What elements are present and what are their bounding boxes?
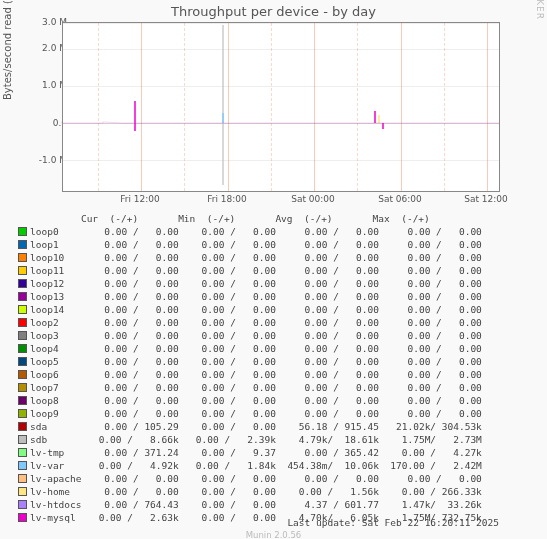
- legend-row: sdb 0.00 / 8.66k 0.00 / 2.39k 4.79k/ 18.…: [18, 433, 482, 446]
- legend-swatch: [18, 318, 27, 327]
- legend-row: loop13 0.00 / 0.00 0.00 / 0.00 0.00 / 0.…: [18, 290, 482, 303]
- legend-row: loop7 0.00 / 0.00 0.00 / 0.00 0.00 / 0.0…: [18, 381, 482, 394]
- legend-row: loop10 0.00 / 0.00 0.00 / 0.00 0.00 / 0.…: [18, 251, 482, 264]
- legend-text: sda 0.00 / 105.29 0.00 / 0.00 56.18 / 91…: [30, 421, 482, 432]
- legend-swatch: [18, 344, 27, 353]
- legend-swatch: [18, 253, 27, 262]
- legend-row: sda 0.00 / 105.29 0.00 / 0.00 56.18 / 91…: [18, 420, 482, 433]
- ytick: -1.0 M: [7, 155, 67, 165]
- legend-text: lv-tmp 0.00 / 371.24 0.00 / 9.37 0.00 / …: [30, 447, 482, 458]
- xtick: Sat 12:00: [464, 194, 508, 204]
- legend-swatch: [18, 305, 27, 314]
- legend-text: loop11 0.00 / 0.00 0.00 / 0.00 0.00 / 0.…: [30, 265, 482, 276]
- legend-swatch: [18, 240, 27, 249]
- ytick: 1.0 M: [7, 80, 67, 90]
- legend-text: loop14 0.00 / 0.00 0.00 / 0.00 0.00 / 0.…: [30, 304, 482, 315]
- legend-row: loop8 0.00 / 0.00 0.00 / 0.00 0.00 / 0.0…: [18, 394, 482, 407]
- legend-swatch: [18, 396, 27, 405]
- legend-row: lv-htdocs 0.00 / 764.43 0.00 / 0.00 4.37…: [18, 498, 482, 511]
- legend-text: lv-htdocs 0.00 / 764.43 0.00 / 0.00 4.37…: [30, 499, 482, 510]
- legend-swatch: [18, 227, 27, 236]
- legend-text: lv-apache 0.00 / 0.00 0.00 / 0.00 0.00 /…: [30, 473, 482, 484]
- legend-swatch: [18, 500, 27, 509]
- legend-text: loop8 0.00 / 0.00 0.00 / 0.00 0.00 / 0.0…: [30, 395, 482, 406]
- xtick: Sat 06:00: [378, 194, 422, 204]
- legend-swatch: [18, 383, 27, 392]
- ytick: 0.0: [7, 118, 67, 128]
- legend-text: loop6 0.00 / 0.00 0.00 / 0.00 0.00 / 0.0…: [30, 369, 482, 380]
- xtick: Fri 18:00: [207, 194, 247, 204]
- legend-row: loop2 0.00 / 0.00 0.00 / 0.00 0.00 / 0.0…: [18, 316, 482, 329]
- legend-swatch: [18, 370, 27, 379]
- munin-version: Munin 2.0.56: [0, 530, 547, 539]
- legend-row: lv-apache 0.00 / 0.00 0.00 / 0.00 0.00 /…: [18, 472, 482, 485]
- legend-text: loop7 0.00 / 0.00 0.00 / 0.00 0.00 / 0.0…: [30, 382, 482, 393]
- legend-text: loop13 0.00 / 0.00 0.00 / 0.00 0.00 / 0.…: [30, 291, 482, 302]
- legend-swatch: [18, 448, 27, 457]
- legend-row: loop3 0.00 / 0.00 0.00 / 0.00 0.00 / 0.0…: [18, 329, 482, 342]
- legend-text: loop0 0.00 / 0.00 0.00 / 0.00 0.00 / 0.0…: [30, 226, 482, 237]
- ytick: 2.0 M: [7, 43, 67, 53]
- legend-text: loop4 0.00 / 0.00 0.00 / 0.00 0.00 / 0.0…: [30, 343, 482, 354]
- legend-row: lv-tmp 0.00 / 371.24 0.00 / 9.37 0.00 / …: [18, 446, 482, 459]
- legend-swatch: [18, 487, 27, 496]
- legend-swatch: [18, 331, 27, 340]
- legend-row: loop0 0.00 / 0.00 0.00 / 0.00 0.00 / 0.0…: [18, 225, 482, 238]
- legend-row: loop11 0.00 / 0.00 0.00 / 0.00 0.00 / 0.…: [18, 264, 482, 277]
- legend-swatch: [18, 279, 27, 288]
- legend-row: loop1 0.00 / 0.00 0.00 / 0.00 0.00 / 0.0…: [18, 238, 482, 251]
- legend-row: loop14 0.00 / 0.00 0.00 / 0.00 0.00 / 0.…: [18, 303, 482, 316]
- legend-text: loop3 0.00 / 0.00 0.00 / 0.00 0.00 / 0.0…: [30, 330, 482, 341]
- legend-row: lv-var 0.00 / 4.92k 0.00 / 1.84k 454.38m…: [18, 459, 482, 472]
- chart-title: Throughput per device - by day: [0, 4, 547, 19]
- legend-text: loop1 0.00 / 0.00 0.00 / 0.00 0.00 / 0.0…: [30, 239, 482, 250]
- legend-row: loop9 0.00 / 0.00 0.00 / 0.00 0.00 / 0.0…: [18, 407, 482, 420]
- legend-text: loop12 0.00 / 0.00 0.00 / 0.00 0.00 / 0.…: [30, 278, 482, 289]
- legend-text: loop10 0.00 / 0.00 0.00 / 0.00 0.00 / 0.…: [30, 252, 482, 263]
- legend-row: loop4 0.00 / 0.00 0.00 / 0.00 0.00 / 0.0…: [18, 342, 482, 355]
- xtick: Sat 00:00: [291, 194, 335, 204]
- legend-swatch: [18, 266, 27, 275]
- legend-row: loop5 0.00 / 0.00 0.00 / 0.00 0.00 / 0.0…: [18, 355, 482, 368]
- legend-table: Cur (-/+) Min (-/+) Avg (-/+) Max (-/+) …: [18, 212, 482, 524]
- legend-text: loop9 0.00 / 0.00 0.00 / 0.00 0.00 / 0.0…: [30, 408, 482, 419]
- legend-swatch: [18, 435, 27, 444]
- legend-text: sdb 0.00 / 8.66k 0.00 / 2.39k 4.79k/ 18.…: [30, 434, 482, 445]
- ytick: 3.0 M: [7, 17, 67, 27]
- legend-text: lv-home 0.00 / 0.00 0.00 / 0.00 0.00 / 1…: [30, 486, 482, 497]
- plot-area: [62, 22, 500, 192]
- xtick: Fri 12:00: [120, 194, 160, 204]
- last-update: Last update: Sat Feb 22 16:20:11 2025: [287, 517, 499, 528]
- legend-swatch: [18, 422, 27, 431]
- legend-row: lv-home 0.00 / 0.00 0.00 / 0.00 0.00 / 1…: [18, 485, 482, 498]
- legend-text: loop5 0.00 / 0.00 0.00 / 0.00 0.00 / 0.0…: [30, 356, 482, 367]
- legend-row: loop6 0.00 / 0.00 0.00 / 0.00 0.00 / 0.0…: [18, 368, 482, 381]
- legend-text: loop2 0.00 / 0.00 0.00 / 0.00 0.00 / 0.0…: [30, 317, 482, 328]
- rrdtool-watermark: RRDTOOL / TOBI OETIKER: [535, 0, 545, 20]
- legend-header: Cur (-/+) Min (-/+) Avg (-/+) Max (-/+): [18, 212, 482, 225]
- legend-swatch: [18, 409, 27, 418]
- legend-text: lv-var 0.00 / 4.92k 0.00 / 1.84k 454.38m…: [30, 460, 482, 471]
- legend-swatch: [18, 461, 27, 470]
- legend-swatch: [18, 513, 27, 522]
- legend-swatch: [18, 357, 27, 366]
- legend-swatch: [18, 292, 27, 301]
- legend-swatch: [18, 474, 27, 483]
- legend-row: loop12 0.00 / 0.00 0.00 / 0.00 0.00 / 0.…: [18, 277, 482, 290]
- munin-chart: Throughput per device - by day Bytes/sec…: [0, 0, 547, 539]
